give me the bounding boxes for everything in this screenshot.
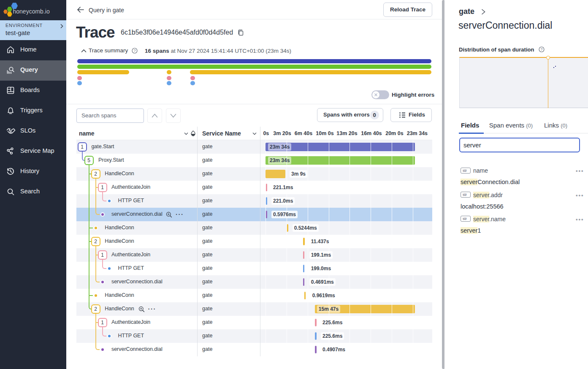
svg-text:?: ? [133,49,135,53]
svg-text:?: ? [540,47,542,52]
svg-text:honeycomb.io: honeycomb.io [13,8,50,15]
